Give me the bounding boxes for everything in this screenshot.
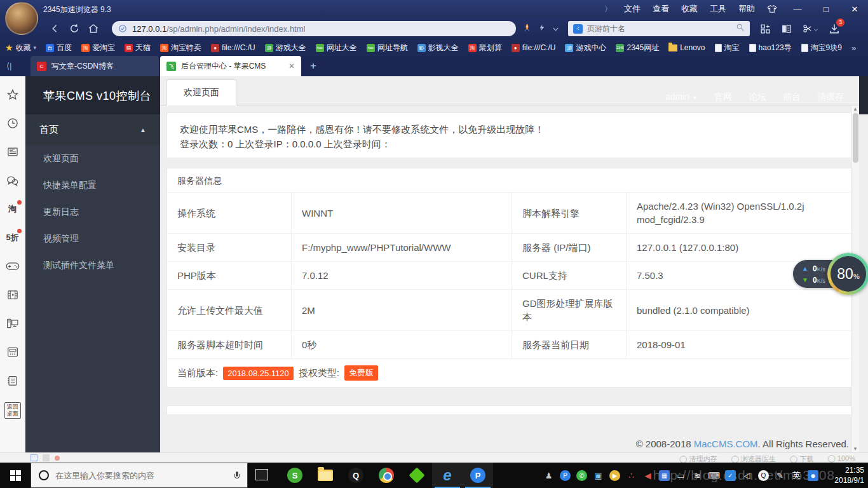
person-icon[interactable]: ♟ (543, 470, 554, 481)
microphone-icon[interactable] (234, 471, 240, 479)
calendar-icon[interactable]: ▦ (659, 470, 670, 481)
browser-2345[interactable]: P (463, 463, 493, 488)
browser-tab-active[interactable]: 飞后台管理中心 - 苹果CMS✕ (160, 56, 301, 76)
taobao-icon[interactable]: 淘 (6, 202, 20, 216)
bookmark-item[interactable]: Lenovo (668, 43, 705, 52)
content-tab-welcome[interactable]: 欢迎页面 (166, 79, 236, 105)
task-view-button[interactable] (255, 469, 268, 480)
notes-icon[interactable] (6, 374, 20, 388)
chrome-browser[interactable] (371, 463, 402, 488)
bookmark-item[interactable]: hao网址导航 (367, 43, 408, 53)
toolbar-chevron-down-icon[interactable] (552, 23, 559, 34)
thunder-app[interactable] (402, 463, 432, 488)
menu-查看[interactable]: 查看 (653, 3, 669, 15)
player-icon[interactable]: ▶ (609, 470, 620, 481)
reading-panels-icon[interactable] (781, 24, 792, 34)
userbar-官网[interactable]: 官网 (714, 92, 732, 103)
sidebar-item[interactable]: 快捷菜单配置 (25, 172, 160, 198)
bookmark-item[interactable]: 淘淘宝特卖 (160, 43, 201, 53)
bookmark-item[interactable]: hao123导 (749, 43, 792, 53)
contacts-icon[interactable]: ☻ (808, 470, 818, 481)
scroll-up-icon[interactable]: ▲ (851, 106, 859, 112)
bookmark-item[interactable]: 百百度 (46, 43, 72, 53)
news-icon[interactable]: news (6, 145, 20, 159)
wechat-chat-icon[interactable] (6, 173, 20, 187)
menu-帮助[interactable]: 帮助 (738, 3, 755, 15)
browser-search-box[interactable]: ⁖ (568, 21, 750, 36)
horn-red-icon[interactable]: ◀ (642, 470, 653, 481)
sidebar-item[interactable]: 更新日志 (25, 198, 160, 225)
user-avatar[interactable] (5, 2, 38, 35)
speedup-rocket-icon[interactable] (522, 23, 532, 35)
scrollbar-thumb[interactable] (853, 113, 858, 163)
home-button[interactable] (84, 23, 103, 34)
scissors-snip-icon[interactable] (802, 24, 818, 34)
photos-icon[interactable]: ▣ (593, 470, 604, 481)
games-gamepad-icon[interactable] (6, 259, 20, 273)
address-bar[interactable]: 127.0.0.1/sp/admin.php/admin/index/index… (112, 21, 516, 36)
apps-grid-icon[interactable] (760, 24, 771, 34)
menu-collapse-chevron-icon[interactable]: 〉 (604, 4, 612, 15)
bookmark-item[interactable]: 淘爱淘宝 (81, 43, 115, 53)
skin-shirt-icon[interactable] (767, 4, 777, 13)
bookmark-item[interactable]: hao网址大全 (316, 43, 357, 53)
start-button[interactable] (0, 463, 31, 488)
calculator-icon[interactable] (6, 345, 20, 359)
sidebar-section-home[interactable]: 首页 ▲ (25, 114, 160, 145)
bookmark-item[interactable]: 淘宝 (715, 43, 740, 53)
bookmark-item[interactable]: 游游戏中心 (565, 43, 606, 53)
qq-tray-icon[interactable]: Q (758, 470, 769, 481)
tray-2345-icon[interactable]: P (560, 470, 571, 481)
bookmark-item[interactable]: ●file:///C:/U (211, 43, 255, 52)
history-clock-icon[interactable] (6, 116, 20, 130)
video-film-icon[interactable] (6, 288, 20, 302)
minimize-button[interactable]: — (789, 4, 806, 14)
app-coin-s[interactable]: S (280, 463, 310, 488)
ime-lang-indicator[interactable]: 英 (791, 470, 802, 481)
taskbar-search[interactable] (31, 463, 248, 488)
scroll-down-icon[interactable]: ▼ (851, 446, 859, 452)
computer-icon[interactable] (6, 316, 20, 330)
boost-gauge[interactable]: 80 % (827, 253, 868, 295)
browser-search-input[interactable] (587, 24, 736, 33)
userbar-admin[interactable]: admin▼ (665, 92, 698, 103)
taskbar-clock[interactable]: 21:35 2018/9/1 (834, 465, 864, 485)
bookmark-item[interactable]: ●file:///C:/U (512, 43, 556, 52)
speaker-icon[interactable]: ◁ (742, 470, 752, 481)
new-tab-button[interactable]: + (310, 60, 316, 72)
userbar-清缓存[interactable]: 清缓存 (817, 92, 844, 103)
close-button[interactable]: ✕ (846, 4, 863, 14)
bookmark-item[interactable]: 影影视大全 (417, 43, 459, 53)
bookmark-item[interactable]: » (851, 43, 856, 53)
bookmark-item[interactable]: 23452345网址 (616, 43, 659, 53)
sidebar-item[interactable]: 测试插件文件菜单 (25, 252, 160, 278)
dots-red-icon[interactable]: ∴ (626, 470, 637, 481)
ie-browser[interactable]: e (432, 463, 463, 488)
tab-scroll-left-icon[interactable]: ⟨| (6, 61, 11, 71)
bookmark-item[interactable]: 淘聚划算 (468, 43, 502, 53)
wifi-icon[interactable]: ≋ (692, 470, 703, 481)
bookmark-item[interactable]: 猫天猫 (125, 43, 151, 53)
site-security-shield-icon[interactable] (118, 24, 127, 33)
file-explorer[interactable] (310, 463, 341, 488)
menu-文件[interactable]: 文件 (624, 3, 641, 15)
menu-工具[interactable]: 工具 (710, 3, 726, 15)
maccms-link[interactable]: MacCMS.COM (694, 438, 758, 449)
qq-app[interactable]: Q (341, 463, 371, 488)
back-to-desktop-button[interactable]: 返回桌面 (4, 402, 21, 419)
boost-lightning-icon[interactable] (538, 23, 546, 35)
bookmark-item[interactable]: 游游戏大全 (265, 43, 306, 53)
discount-5zhe-icon[interactable]: 5折 (6, 231, 20, 245)
maximize-button[interactable]: □ (818, 4, 834, 14)
favorites-star-icon[interactable] (6, 88, 20, 102)
search-magnifier-icon[interactable] (736, 23, 745, 34)
keyboard-icon[interactable]: ⌨ (709, 470, 719, 481)
search-engine-icon[interactable]: ⁖ (573, 24, 583, 34)
browser-tab[interactable]: C写文章-CSDN博客 (31, 56, 159, 76)
menu-收藏[interactable]: 收藏 (681, 3, 698, 15)
refresh-button[interactable] (65, 23, 84, 34)
userbar-前台[interactable]: 前台 (783, 92, 801, 103)
download-manager-icon[interactable]: 3 (829, 23, 840, 34)
wechat-icon[interactable]: ✆ (576, 470, 587, 481)
back-button[interactable] (46, 23, 65, 34)
